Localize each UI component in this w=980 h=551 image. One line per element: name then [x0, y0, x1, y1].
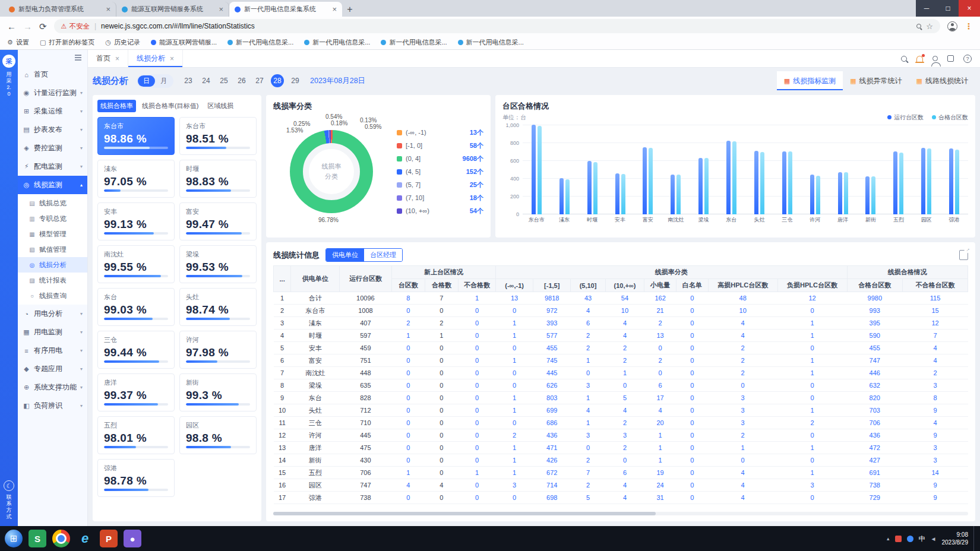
bar[interactable]	[532, 125, 536, 214]
table-row[interactable]: 9东台828000180315170308208	[274, 392, 968, 404]
legend-item[interactable]: 运行台区数	[887, 113, 924, 122]
sidebar-item-load-identify[interactable]: ◧负荷辨识▾	[18, 397, 87, 415]
fullscreen-icon[interactable]	[947, 55, 954, 62]
rate-card[interactable]: 头灶98.74 %	[179, 288, 257, 326]
bar[interactable]	[671, 175, 675, 214]
sidebar-subitem-stat-report[interactable]: ▨统计报表	[18, 273, 87, 288]
mode-month[interactable]: 月	[155, 75, 172, 87]
rate-card[interactable]: 东台99.03 %	[97, 288, 175, 326]
tab-close-icon[interactable]: ×	[332, 5, 337, 13]
rate-card[interactable]: 梁垛99.53 %	[179, 245, 257, 283]
sidebar-subitem-loss-overview[interactable]: ▤线损总览	[18, 195, 87, 211]
date-option[interactable]: 29	[289, 74, 302, 87]
table-row[interactable]: 4时堰597110157724130415907	[274, 330, 968, 342]
legend-item[interactable]: (7, 10]18个	[397, 194, 483, 202]
start-button[interactable]: ⊞	[5, 530, 23, 547]
bar[interactable]	[844, 172, 848, 214]
forward-icon[interactable]: →	[23, 22, 32, 31]
bar[interactable]	[810, 175, 814, 214]
browser-tab[interactable]: 新一代用电信息采集系统×	[229, 2, 342, 17]
table-row[interactable]: 7南沈灶44800004450100214462	[274, 367, 968, 379]
bookmark-item[interactable]: 新一代用电信息采...	[381, 38, 447, 47]
taskbar-app-chrome[interactable]	[52, 530, 70, 547]
sidebar-item-special-app[interactable]: ◆专题应用▾	[18, 360, 87, 378]
bar[interactable]	[643, 147, 647, 214]
table-row[interactable]: 14新街43000014262010004273	[274, 454, 968, 467]
tab-close-icon[interactable]: ×	[219, 5, 223, 13]
horizontal-scrollbar[interactable]	[273, 512, 968, 515]
sidebar-item-power-monitor[interactable]: ▦用电监测▾	[18, 323, 87, 341]
reload-icon[interactable]: ⟳	[39, 22, 47, 31]
bar[interactable]	[615, 173, 619, 214]
rate-card[interactable]: 三仓99.44 %	[97, 331, 175, 369]
bar[interactable]	[587, 161, 592, 214]
taskbar-app-ppt[interactable]: P	[100, 530, 118, 547]
table-row[interactable]: 16园区747440371424240437389	[274, 479, 968, 492]
sidebar-item-collection[interactable]: ⊞采集运维▾	[18, 102, 87, 121]
legend-item[interactable]: 合格台区数	[932, 113, 968, 122]
table-row[interactable]: 5安丰45900004552200204554	[274, 342, 968, 354]
taskbar-app-ie[interactable]: e	[76, 530, 94, 547]
table-row[interactable]: 1合计100968711398184354162048129980115	[274, 292, 968, 305]
sidebar-subitem-threshold-mgmt[interactable]: ▧赋值管理	[18, 242, 87, 257]
bar[interactable]	[565, 179, 570, 214]
date-option[interactable]: 23	[182, 74, 195, 87]
app-tab-close-icon[interactable]: ×	[170, 55, 174, 63]
rate-card[interactable]: 南沈灶99.55 %	[97, 245, 175, 283]
date-option[interactable]: 25	[217, 74, 230, 87]
rate-card[interactable]: 园区98.8 %	[179, 416, 257, 454]
monitor-tab[interactable]: ▦线路线损统计	[909, 71, 975, 90]
legend-item[interactable]: (10, +∞)54个	[397, 207, 483, 216]
rate-tab[interactable]: 线损合格率(目标值)	[139, 100, 201, 112]
back-icon[interactable]: ←	[7, 22, 16, 31]
bar[interactable]	[676, 175, 681, 214]
maximize-button[interactable]: □	[937, 0, 959, 17]
bookmark-item[interactable]: 新一代用电信息采...	[458, 38, 524, 47]
sidebar-item-home[interactable]: ⌂首页	[18, 65, 87, 84]
bar[interactable]	[865, 176, 870, 215]
bookmark-item[interactable]: 新一代用电信息采...	[227, 38, 293, 47]
monitor-tab[interactable]: ▦线损指标监测	[777, 71, 843, 90]
sidebar-item-system-support[interactable]: ⊕系统支撑功能▾	[18, 378, 87, 397]
profile-icon[interactable]	[947, 21, 957, 31]
table-row[interactable]: 11三仓710000068612200327064	[274, 417, 968, 429]
rate-card[interactable]: 唐洋99.37 %	[97, 373, 175, 411]
table-row[interactable]: 17弶港738000069854310407299	[274, 492, 968, 504]
table-row[interactable]: 3溱东407220139364204139512	[274, 317, 968, 330]
table-row[interactable]: 15五烈7061011672761904169114	[274, 467, 968, 479]
bookmark-item[interactable]: ▢打开新的标签页	[40, 38, 94, 47]
app-tab[interactable]: 首页×	[88, 50, 128, 67]
browser-menu-icon[interactable]: ⋮	[965, 21, 973, 31]
date-option[interactable]: 27	[253, 74, 266, 87]
taskbar-clock[interactable]: 9:08 2023/8/29	[942, 531, 969, 546]
bar[interactable]	[955, 150, 959, 214]
legend-item[interactable]: (-∞, -1)13个	[397, 128, 483, 137]
scrollbar-thumb[interactable]	[273, 512, 656, 515]
bar[interactable]	[838, 172, 842, 214]
export-icon[interactable]	[959, 250, 968, 260]
rate-tab[interactable]: 区域线损	[204, 100, 236, 112]
sidebar-item-orderly-power[interactable]: ≡有序用电▾	[18, 341, 87, 360]
bar[interactable]	[760, 152, 764, 214]
tray-app-icon[interactable]	[895, 536, 902, 542]
bar[interactable]	[621, 174, 625, 214]
sidebar-item-distribution[interactable]: ⚡配电监测▾	[18, 157, 87, 176]
sidebar-item-metering[interactable]: ◉计量运行监测▾	[18, 84, 87, 102]
date-option[interactable]: 26	[235, 74, 248, 87]
bar[interactable]	[893, 151, 897, 214]
bar[interactable]	[921, 148, 925, 214]
table-row[interactable]: 6富安75100017451220217474	[274, 354, 968, 367]
table-row[interactable]: 10头灶71200016994440317039	[274, 404, 968, 417]
rate-card[interactable]: 新街99.3 %	[179, 373, 257, 411]
table-row[interactable]: 8梁垛63500006263060006323	[274, 379, 968, 392]
user-icon[interactable]	[932, 56, 938, 61]
rate-card[interactable]: 弶港98.78 %	[97, 459, 175, 497]
tray-expand-icon[interactable]: ▴	[887, 536, 890, 542]
taskbar-app-paint[interactable]: ●	[124, 530, 141, 547]
app-tab-close-icon[interactable]: ×	[115, 55, 119, 63]
minimize-button[interactable]: ─	[916, 0, 937, 17]
sidebar-subitem-special-overview[interactable]: ▥专职总览	[18, 211, 87, 226]
rate-card[interactable]: 安丰99.13 %	[97, 202, 175, 240]
ime-indicator[interactable]: 中	[919, 534, 925, 543]
bar[interactable]	[816, 176, 820, 214]
